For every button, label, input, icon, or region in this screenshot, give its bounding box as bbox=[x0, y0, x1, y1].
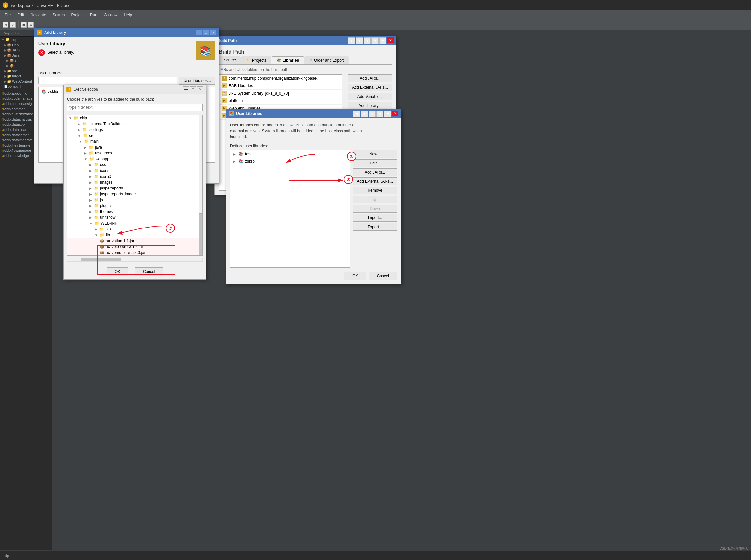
jar-scrollbar-thumb[interactable] bbox=[199, 213, 202, 256]
tab-projects[interactable]: 📁 Projects bbox=[241, 56, 271, 64]
tab-libraries[interactable]: 📚 Libraries bbox=[272, 56, 304, 64]
jar-filter-input[interactable] bbox=[67, 104, 203, 111]
jar-node-icons2[interactable]: ▶ 📁 icons2 bbox=[67, 174, 202, 179]
jar-node-jasperreports[interactable]: ▶ 📁 jasperreports bbox=[67, 185, 202, 191]
ul-remove-btn[interactable]: Remove bbox=[352, 186, 397, 194]
jar-node-main[interactable]: ▼ 📁 main bbox=[67, 138, 202, 144]
menu-help[interactable]: Help bbox=[121, 12, 136, 19]
ul-nav-back[interactable]: ◁ bbox=[353, 111, 360, 117]
jar-node-jasperreports-image[interactable]: ▶ 📁 jasperreports_image bbox=[67, 191, 202, 197]
jar-node-flex[interactable]: ▶ 📁 flex bbox=[67, 226, 202, 232]
jar-node-activemq-proto[interactable]: 📦 activemq-protobuf-1.1.jar bbox=[67, 256, 202, 256]
bp-nav-dropdown2[interactable]: ▾ bbox=[371, 37, 379, 44]
lib-item-1[interactable]: ▶ EAR Libraries bbox=[219, 82, 342, 90]
ul-export-btn[interactable]: Export... bbox=[352, 223, 397, 231]
jar-node-images[interactable]: ▶ 📁 images bbox=[67, 179, 202, 185]
jar-node-ext[interactable]: ▶ 📁 .externalToolBuilders bbox=[67, 121, 202, 127]
jar-node-plugins[interactable]: ▶ 📁 plugins bbox=[67, 203, 202, 209]
tab-source[interactable]: Source bbox=[219, 56, 241, 64]
ul-import-btn[interactable]: Import... bbox=[352, 214, 397, 222]
bp-nav-dropdown[interactable]: ▾ bbox=[356, 37, 363, 44]
lib-item-2[interactable]: ☕ JRE System Library [jdk1_8_0_73] bbox=[219, 90, 342, 97]
ul-up-btn[interactable]: Up bbox=[352, 196, 397, 203]
jar-bottom-buttons: OK Cancel bbox=[67, 264, 203, 276]
build-path-close[interactable]: ✕ bbox=[387, 37, 393, 43]
jar-node-webinf[interactable]: ▼ 📁 WEB-INF bbox=[67, 220, 202, 226]
btn-add-ext-jars[interactable]: Add External JARs... bbox=[348, 83, 392, 91]
ul-nav-menu[interactable]: ▾ bbox=[384, 111, 391, 117]
al-minimize[interactable]: — bbox=[196, 29, 202, 36]
ul-list-area: ▶ 📚 test ▶ 📚 zsklib New... Edit... Add J… bbox=[230, 150, 397, 268]
jar-node-lib[interactable]: ▼ 📁 lib bbox=[67, 232, 202, 238]
user-libraries-btn[interactable]: User Libraries... bbox=[179, 77, 215, 84]
bp-nav-back[interactable]: ◁ bbox=[348, 37, 355, 44]
ul-titlebar-controls: ◁ ▾ ▷ ▾ ▾ ✕ bbox=[353, 111, 399, 117]
jar-node-activeio[interactable]: 📦 activeio-core-3.1.2.jar bbox=[67, 244, 202, 249]
annotation-circle-3: ③ bbox=[166, 224, 175, 233]
annotation-circle-1: ① bbox=[347, 152, 356, 161]
ul-ok-btn[interactable]: OK bbox=[344, 272, 366, 280]
jar-node-css[interactable]: ▶ 📁 css bbox=[67, 162, 202, 168]
jar-node-java[interactable]: ▶ 📁 java bbox=[67, 144, 202, 150]
jar-h-scrollbar[interactable] bbox=[67, 258, 203, 262]
ul-down-btn[interactable]: Down bbox=[352, 205, 397, 213]
ul-section-label: Defined user libraries: bbox=[230, 144, 397, 148]
ul-add-jars-btn[interactable]: Add JARs... bbox=[352, 168, 397, 176]
ul-tree-test[interactable]: ▶ 📚 test bbox=[230, 151, 350, 158]
menu-navigate[interactable]: Navigate bbox=[27, 12, 49, 19]
user-libraries-dialog: 📚 User Libraries ◁ ▾ ▷ ▾ ▾ ✕ User librar… bbox=[226, 109, 401, 284]
lib-item-3[interactable]: ▶ platform bbox=[219, 97, 342, 105]
menu-edit[interactable]: Edit bbox=[14, 12, 27, 19]
jar-node-unitshow[interactable]: ▶ 📁 unitshow bbox=[67, 215, 202, 220]
ul-close[interactable]: ✕ bbox=[392, 111, 399, 116]
jar-ok-btn[interactable]: OK bbox=[107, 267, 128, 276]
al-close[interactable]: ✕ bbox=[210, 29, 217, 36]
menu-search[interactable]: Search bbox=[49, 12, 68, 19]
bp-nav-menu[interactable]: ▾ bbox=[379, 37, 386, 44]
jar-maximize[interactable]: □ bbox=[190, 86, 196, 92]
menu-run[interactable]: Run bbox=[87, 12, 100, 19]
jar-cancel-btn[interactable]: Cancel bbox=[135, 267, 163, 276]
build-path-controls: ◁ ▾ ▷ ▾ ▾ ✕ bbox=[348, 37, 393, 44]
ul-new-btn[interactable]: New... bbox=[352, 150, 397, 158]
jar-node-src[interactable]: ▼ 📁 src bbox=[67, 133, 202, 138]
ul-cancel-btn[interactable]: Cancel bbox=[369, 272, 397, 280]
jar-node-resources[interactable]: ▶ 📁 resources bbox=[67, 150, 202, 156]
jar-node-js[interactable]: ▶ 📁 js bbox=[67, 197, 202, 203]
btn-add-jars[interactable]: Add JARs... bbox=[348, 75, 392, 82]
toolbar-btn-2[interactable]: ▷ bbox=[10, 22, 16, 27]
ul-edit-btn[interactable]: Edit... bbox=[352, 159, 397, 167]
btn-add-library[interactable]: Add Library... bbox=[348, 102, 392, 109]
jar-dialog-icon: J bbox=[66, 87, 72, 92]
ul-nav-dropdown[interactable]: ▾ bbox=[361, 111, 368, 117]
menu-file[interactable]: File bbox=[1, 12, 14, 19]
btn-add-variable[interactable]: Add Variable... bbox=[348, 93, 392, 100]
toolbar-btn-4[interactable]: ⊟ bbox=[28, 22, 34, 27]
jar-node-icons[interactable]: ▶ 📁 icons bbox=[67, 168, 202, 174]
ul-tree-zsklib[interactable]: ▶ 📚 zsklib bbox=[230, 158, 350, 165]
jar-minimize[interactable]: — bbox=[183, 86, 189, 92]
lib-item-0[interactable]: J com.meritit.mup.component.organization… bbox=[219, 75, 342, 82]
jar-h-scrollbar-thumb[interactable] bbox=[81, 258, 122, 261]
library-input-field[interactable] bbox=[38, 77, 177, 84]
toolbar-btn-1[interactable]: ◁ bbox=[3, 22, 8, 27]
jar-node-settings[interactable]: ▶ 📁 .settings bbox=[67, 127, 202, 133]
bp-nav-forward[interactable]: ▷ bbox=[364, 37, 371, 44]
ul-nav-forward[interactable]: ▷ bbox=[368, 111, 376, 117]
jar-node-webapp[interactable]: ▼ 📁 webapp bbox=[67, 156, 202, 162]
jar-tree-scrollbar[interactable] bbox=[199, 115, 202, 256]
al-maximize[interactable]: □ bbox=[203, 29, 209, 36]
jar-node-activemq-core[interactable]: 📦 activemq-core-5.4.0.jar bbox=[67, 249, 202, 256]
tab-order-export[interactable]: ⚙ Order and Export bbox=[304, 56, 349, 64]
menu-window[interactable]: Window bbox=[100, 12, 121, 19]
jar-node-themes[interactable]: ▶ 📁 themes bbox=[67, 209, 202, 215]
jar-close[interactable]: ✕ bbox=[197, 86, 203, 92]
add-library-controls: — □ ✕ bbox=[196, 29, 217, 36]
ul-add-ext-jars-btn[interactable]: Add External JARs... bbox=[352, 178, 397, 185]
jar-node-activation[interactable]: 📦 activation-1.1.jar bbox=[67, 238, 202, 244]
menu-project[interactable]: Project bbox=[68, 12, 86, 19]
jar-node-cidp[interactable]: ▼ 📁 cidp bbox=[67, 115, 202, 121]
jar-titlebar-controls: — □ ✕ bbox=[183, 86, 203, 92]
ul-nav-dropdown2[interactable]: ▾ bbox=[376, 111, 383, 117]
toolbar-btn-3[interactable]: ⊞ bbox=[21, 22, 27, 27]
